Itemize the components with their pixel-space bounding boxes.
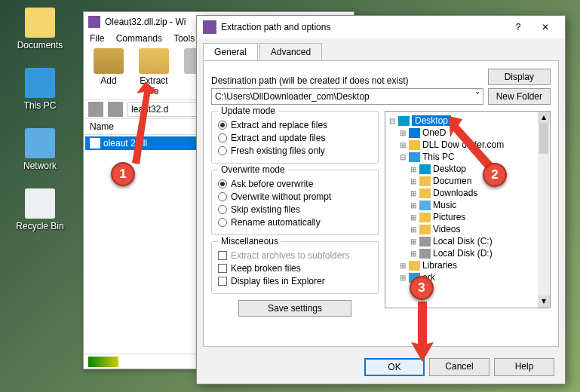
- tab-general[interactable]: General: [203, 43, 258, 60]
- scroll-thumb[interactable]: [539, 124, 548, 154]
- desktop-icon-recyclebin[interactable]: Recycle Bin: [14, 188, 66, 231]
- desktop-icon-documents[interactable]: Documents: [14, 8, 66, 51]
- check-keep-broken[interactable]: Keep broken files: [218, 263, 372, 274]
- desktop-icon-network[interactable]: Network: [14, 128, 66, 171]
- dialog-titlebar[interactable]: Extraction path and options ? ✕: [197, 16, 565, 38]
- desktop-icon: [398, 116, 410, 126]
- radio-extract-update[interactable]: Extract and update files: [218, 133, 372, 143]
- radio-label: Ask before overwrite: [231, 179, 313, 189]
- radio-icon: [218, 218, 227, 227]
- check-extract-subfolders: Extract archives to subfolders: [218, 250, 372, 261]
- radio-icon: [218, 179, 227, 188]
- extraction-dialog: Extraction path and options ? ✕ General …: [196, 15, 566, 384]
- nav-icon[interactable]: [108, 102, 123, 117]
- tree-scrollbar[interactable]: ▴ ▾: [538, 112, 550, 308]
- radio-icon: [218, 192, 227, 201]
- tree-label: Music: [433, 200, 456, 210]
- desktop-icon-thispc[interactable]: This PC: [14, 68, 66, 111]
- tab-advanced[interactable]: Advanced: [259, 43, 322, 60]
- group-title: Miscellaneous: [218, 236, 281, 247]
- radio-extract-replace[interactable]: Extract and replace files: [218, 120, 372, 130]
- radio-skip-existing[interactable]: Skip existing files: [218, 204, 372, 215]
- tree-node-videos[interactable]: ⊞Videos: [387, 223, 548, 235]
- help-button[interactable]: Help: [494, 358, 554, 376]
- tree-label: OneD: [422, 127, 446, 138]
- miscellaneous-group: Miscellaneous Extract archives to subfol…: [211, 241, 379, 294]
- radio-label: Fresh existing files only: [231, 145, 325, 156]
- save-settings-button[interactable]: Save settings: [238, 300, 351, 317]
- folder-icon: [409, 140, 420, 150]
- group-title: Update mode: [218, 106, 278, 116]
- add-button[interactable]: Add: [90, 48, 127, 96]
- radio-fresh-existing[interactable]: Fresh existing files only: [218, 145, 372, 156]
- radio-label: Skip existing files: [231, 204, 300, 215]
- checkbox-icon: [218, 251, 227, 260]
- drive-icon: [419, 237, 431, 247]
- group-title: Overwrite mode: [218, 164, 288, 175]
- radio-icon: [218, 121, 227, 130]
- computer-icon: [409, 152, 420, 162]
- desktop-label: Recycle Bin: [14, 221, 66, 231]
- radio-icon: [218, 133, 227, 142]
- check-display-explorer[interactable]: Display files in Explorer: [218, 276, 372, 286]
- desktop-icon: [419, 164, 431, 174]
- cancel-button[interactable]: Cancel: [429, 358, 489, 376]
- dll-file-icon: [90, 138, 100, 149]
- tree-node-music[interactable]: ⊞Music: [387, 199, 548, 211]
- destination-label: Destination path (will be created if doe…: [211, 75, 483, 86]
- music-icon: [419, 201, 431, 210]
- tree-label: Libraries: [422, 260, 457, 271]
- tab-strip: General Advanced: [197, 38, 565, 60]
- radio-label: Overwrite without prompt: [231, 191, 331, 202]
- computer-icon: [25, 68, 55, 98]
- display-button[interactable]: Display: [488, 69, 551, 85]
- folder-icon: [419, 213, 431, 222]
- tree-label: Local Disk (C:): [433, 236, 493, 247]
- tree-node-local-d[interactable]: ⊞Local Disk (D:): [387, 247, 548, 259]
- radio-overwrite-noprompt[interactable]: Overwrite without prompt: [218, 191, 372, 202]
- annotation-arrow-1: [127, 81, 158, 172]
- annotation-arrow-3: [411, 302, 434, 362]
- annotation-marker-3: 3: [410, 276, 434, 300]
- radio-icon: [218, 205, 227, 214]
- destination-path-combo[interactable]: C:\Users\DllDownloader_com\Desktop ˅: [211, 88, 483, 105]
- winrar-app-icon: [203, 20, 216, 34]
- tree-node-downloads[interactable]: ⊞Downloads: [387, 187, 548, 199]
- folder-icon: [419, 225, 431, 234]
- tree-label: Local Disk (D:): [433, 248, 493, 259]
- status-icon: [88, 357, 118, 367]
- tree-label: Videos: [433, 224, 460, 234]
- check-label: Extract archives to subfolders: [231, 250, 349, 261]
- scroll-down-icon[interactable]: ▾: [538, 296, 550, 308]
- close-button[interactable]: ✕: [532, 18, 559, 36]
- tree-node-pictures[interactable]: ⊞Pictures: [387, 211, 548, 223]
- menu-file[interactable]: File: [90, 33, 104, 44]
- add-icon: [94, 48, 124, 74]
- dialog-title: Extraction path and options: [221, 22, 330, 32]
- chevron-down-icon[interactable]: ˅: [475, 91, 480, 102]
- network-icon: [25, 128, 55, 158]
- window-title: Oleaut32.dll.zip - Wi: [105, 17, 186, 27]
- checkbox-icon: [218, 277, 227, 286]
- up-icon[interactable]: [88, 102, 103, 117]
- radio-label: Extract and replace files: [231, 120, 327, 130]
- menu-commands[interactable]: Commands: [116, 33, 162, 44]
- menu-tools[interactable]: Tools: [173, 33, 195, 44]
- cloud-icon: [409, 128, 420, 138]
- tree-node-local-c[interactable]: ⊞Local Disk (C:): [387, 235, 548, 247]
- scroll-up-icon[interactable]: ▴: [538, 112, 550, 124]
- svg-marker-2: [411, 302, 434, 362]
- tree-node-libraries[interactable]: ⊞Libraries: [387, 259, 548, 271]
- folder-icon: [25, 8, 55, 38]
- radio-rename-auto[interactable]: Rename automatically: [218, 217, 372, 228]
- radio-label: Extract and update files: [231, 133, 325, 143]
- libraries-icon: [409, 261, 420, 271]
- help-button[interactable]: ?: [505, 18, 532, 36]
- new-folder-button[interactable]: New Folder: [488, 88, 551, 105]
- dialog-footer: OK Cancel Help: [364, 358, 554, 376]
- update-mode-group: Update mode Extract and replace files Ex…: [211, 111, 379, 164]
- check-label: Keep broken files: [231, 263, 301, 274]
- desktop-label: This PC: [14, 100, 66, 111]
- folder-icon: [419, 176, 431, 186]
- radio-ask-overwrite[interactable]: Ask before overwrite: [218, 179, 372, 189]
